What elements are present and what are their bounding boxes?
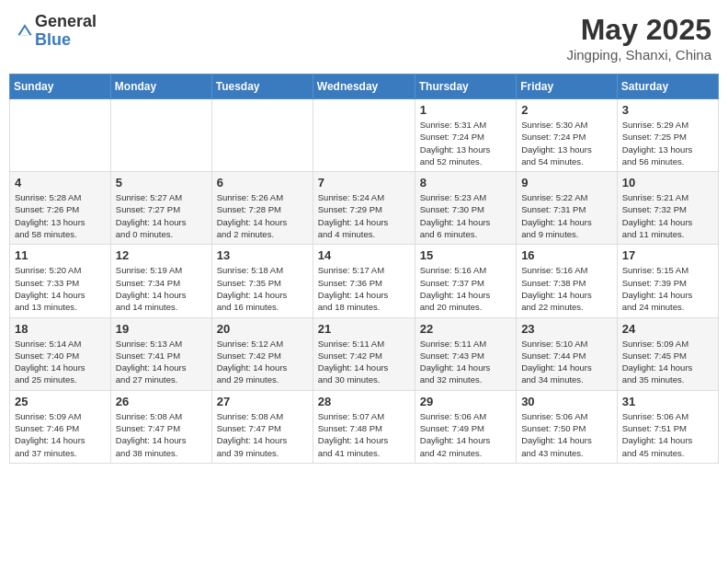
day-number: 24 <box>622 322 713 336</box>
calendar-cell: 12Sunrise: 5:19 AM Sunset: 7:34 PM Dayli… <box>110 245 211 317</box>
day-info: Sunrise: 5:17 AM Sunset: 7:36 PM Dayligh… <box>318 264 410 313</box>
day-info: Sunrise: 5:11 AM Sunset: 7:43 PM Dayligh… <box>420 338 511 386</box>
day-info: Sunrise: 5:08 AM Sunset: 7:47 PM Dayligh… <box>116 410 207 459</box>
day-number: 25 <box>15 395 106 408</box>
day-info: Sunrise: 5:23 AM Sunset: 7:30 PM Dayligh… <box>420 191 511 240</box>
day-info: Sunrise: 5:10 AM Sunset: 7:44 PM Dayligh… <box>521 338 612 386</box>
calendar-cell: 21Sunrise: 5:11 AM Sunset: 7:42 PM Dayli… <box>313 317 415 390</box>
day-number: 26 <box>116 395 207 408</box>
day-of-week-header: Thursday <box>415 75 516 99</box>
day-info: Sunrise: 5:19 AM Sunset: 7:34 PM Dayligh… <box>116 264 207 313</box>
day-info: Sunrise: 5:13 AM Sunset: 7:41 PM Dayligh… <box>116 338 207 386</box>
day-of-week-header: Friday <box>517 75 618 99</box>
title-section: May 2025 Jingping, Shanxi, China <box>566 13 711 63</box>
calendar-cell: 11Sunrise: 5:20 AM Sunset: 7:33 PM Dayli… <box>10 245 111 317</box>
day-info: Sunrise: 5:20 AM Sunset: 7:33 PM Dayligh… <box>15 264 106 313</box>
day-info: Sunrise: 5:06 AM Sunset: 7:49 PM Dayligh… <box>420 410 511 459</box>
day-number: 14 <box>318 248 410 262</box>
calendar-cell: 18Sunrise: 5:14 AM Sunset: 7:40 PM Dayli… <box>10 317 111 390</box>
day-number: 18 <box>15 322 106 336</box>
day-number: 8 <box>420 176 511 190</box>
day-info: Sunrise: 5:21 AM Sunset: 7:32 PM Dayligh… <box>622 191 713 240</box>
day-info: Sunrise: 5:09 AM Sunset: 7:46 PM Dayligh… <box>15 410 106 459</box>
calendar-header-row: SundayMondayTuesdayWednesdayThursdayFrid… <box>10 75 719 99</box>
day-number: 30 <box>521 395 612 408</box>
day-info: Sunrise: 5:31 AM Sunset: 7:24 PM Dayligh… <box>420 119 511 167</box>
calendar-week-row: 11Sunrise: 5:20 AM Sunset: 7:33 PM Dayli… <box>10 245 719 317</box>
day-info: Sunrise: 5:06 AM Sunset: 7:50 PM Dayligh… <box>521 410 612 459</box>
day-number: 3 <box>622 103 713 117</box>
calendar-cell: 31Sunrise: 5:06 AM Sunset: 7:51 PM Dayli… <box>617 390 718 463</box>
day-info: Sunrise: 5:29 AM Sunset: 7:25 PM Dayligh… <box>622 119 713 167</box>
day-number: 5 <box>116 176 207 190</box>
page-header: General Blue May 2025 Jingping, Shanxi, … <box>9 9 719 66</box>
day-number: 28 <box>318 395 410 408</box>
calendar-cell: 5Sunrise: 5:27 AM Sunset: 7:27 PM Daylig… <box>110 172 211 245</box>
day-info: Sunrise: 5:09 AM Sunset: 7:45 PM Dayligh… <box>622 338 713 386</box>
month-title: May 2025 <box>566 13 711 47</box>
calendar-cell: 29Sunrise: 5:06 AM Sunset: 7:49 PM Dayli… <box>415 390 516 463</box>
day-number: 4 <box>15 176 106 190</box>
day-number: 10 <box>622 176 713 190</box>
calendar-week-row: 1Sunrise: 5:31 AM Sunset: 7:24 PM Daylig… <box>10 99 719 172</box>
day-number: 22 <box>420 322 511 336</box>
calendar-cell: 15Sunrise: 5:16 AM Sunset: 7:37 PM Dayli… <box>415 245 516 317</box>
calendar-cell: 9Sunrise: 5:22 AM Sunset: 7:31 PM Daylig… <box>517 172 618 245</box>
calendar-week-row: 4Sunrise: 5:28 AM Sunset: 7:26 PM Daylig… <box>10 172 719 245</box>
calendar-cell: 26Sunrise: 5:08 AM Sunset: 7:47 PM Dayli… <box>110 390 211 463</box>
day-of-week-header: Wednesday <box>313 75 415 99</box>
calendar-cell: 8Sunrise: 5:23 AM Sunset: 7:30 PM Daylig… <box>415 172 516 245</box>
calendar-table: SundayMondayTuesdayWednesdayThursdayFrid… <box>9 74 719 464</box>
day-number: 23 <box>521 322 612 336</box>
day-info: Sunrise: 5:24 AM Sunset: 7:29 PM Dayligh… <box>318 191 410 240</box>
logo: General Blue <box>17 13 97 50</box>
calendar-cell: 7Sunrise: 5:24 AM Sunset: 7:29 PM Daylig… <box>313 172 415 245</box>
day-number: 1 <box>420 103 511 117</box>
calendar-cell: 13Sunrise: 5:18 AM Sunset: 7:35 PM Dayli… <box>211 245 313 317</box>
calendar-cell <box>10 99 111 172</box>
day-number: 31 <box>622 395 713 408</box>
calendar-cell: 19Sunrise: 5:13 AM Sunset: 7:41 PM Dayli… <box>110 317 211 390</box>
day-of-week-header: Sunday <box>10 75 111 99</box>
logo-text: General Blue <box>35 13 97 50</box>
day-number: 21 <box>318 322 410 336</box>
day-number: 12 <box>116 248 207 262</box>
day-number: 6 <box>217 176 308 190</box>
day-info: Sunrise: 5:15 AM Sunset: 7:39 PM Dayligh… <box>622 264 713 313</box>
day-info: Sunrise: 5:12 AM Sunset: 7:42 PM Dayligh… <box>217 338 308 386</box>
logo-icon <box>17 23 33 40</box>
day-number: 27 <box>217 395 308 408</box>
calendar-cell: 24Sunrise: 5:09 AM Sunset: 7:45 PM Dayli… <box>617 317 718 390</box>
day-number: 20 <box>217 322 308 336</box>
day-info: Sunrise: 5:18 AM Sunset: 7:35 PM Dayligh… <box>217 264 308 313</box>
calendar-cell: 23Sunrise: 5:10 AM Sunset: 7:44 PM Dayli… <box>517 317 618 390</box>
calendar-cell: 3Sunrise: 5:29 AM Sunset: 7:25 PM Daylig… <box>617 99 718 172</box>
calendar-cell: 22Sunrise: 5:11 AM Sunset: 7:43 PM Dayli… <box>415 317 516 390</box>
day-of-week-header: Saturday <box>617 75 718 99</box>
day-number: 2 <box>521 103 612 117</box>
calendar-cell: 1Sunrise: 5:31 AM Sunset: 7:24 PM Daylig… <box>415 99 516 172</box>
day-number: 17 <box>622 248 713 262</box>
day-info: Sunrise: 5:27 AM Sunset: 7:27 PM Dayligh… <box>116 191 207 240</box>
calendar-cell: 4Sunrise: 5:28 AM Sunset: 7:26 PM Daylig… <box>10 172 111 245</box>
logo-blue: Blue <box>35 31 97 50</box>
calendar-cell: 28Sunrise: 5:07 AM Sunset: 7:48 PM Dayli… <box>313 390 415 463</box>
calendar-cell <box>110 99 211 172</box>
day-info: Sunrise: 5:16 AM Sunset: 7:37 PM Dayligh… <box>420 264 511 313</box>
day-info: Sunrise: 5:14 AM Sunset: 7:40 PM Dayligh… <box>15 338 106 386</box>
day-number: 29 <box>420 395 511 408</box>
location: Jingping, Shanxi, China <box>566 47 711 63</box>
logo-general: General <box>35 13 97 31</box>
calendar-cell: 16Sunrise: 5:16 AM Sunset: 7:38 PM Dayli… <box>517 245 618 317</box>
day-info: Sunrise: 5:07 AM Sunset: 7:48 PM Dayligh… <box>318 410 410 459</box>
day-number: 11 <box>15 248 106 262</box>
day-info: Sunrise: 5:08 AM Sunset: 7:47 PM Dayligh… <box>217 410 308 459</box>
calendar-week-row: 18Sunrise: 5:14 AM Sunset: 7:40 PM Dayli… <box>10 317 719 390</box>
day-of-week-header: Monday <box>110 75 211 99</box>
calendar-week-row: 25Sunrise: 5:09 AM Sunset: 7:46 PM Dayli… <box>10 390 719 463</box>
day-info: Sunrise: 5:06 AM Sunset: 7:51 PM Dayligh… <box>622 410 713 459</box>
calendar-cell <box>313 99 415 172</box>
day-number: 13 <box>217 248 308 262</box>
calendar-cell: 20Sunrise: 5:12 AM Sunset: 7:42 PM Dayli… <box>211 317 313 390</box>
calendar-cell: 17Sunrise: 5:15 AM Sunset: 7:39 PM Dayli… <box>617 245 718 317</box>
